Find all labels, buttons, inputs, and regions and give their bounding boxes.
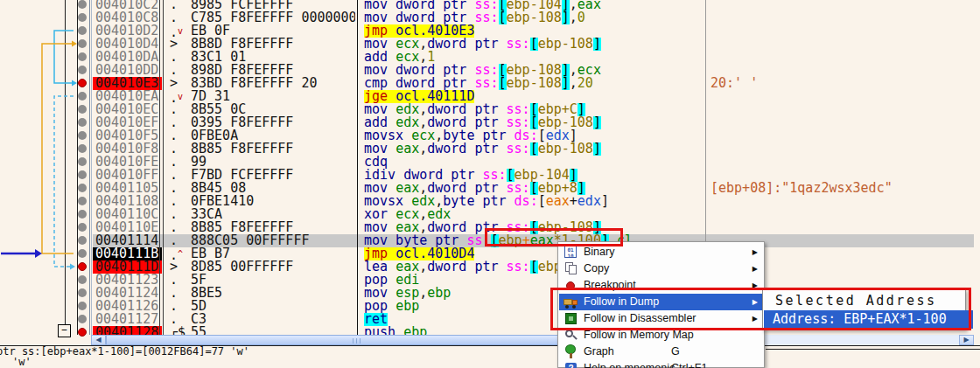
scrollbar-grip — [353, 338, 354, 344]
bytes-cell: .99 — [170, 156, 355, 169]
instruction-cell: mov ecx,dword ptr ss:[ebp-108] — [364, 38, 705, 51]
opcode-bytes: 8985 FCFEFFFF — [191, 0, 293, 11]
opcode-bytes: 8B8D F8FEFFFF — [191, 38, 293, 51]
flow-prefix: . — [170, 287, 178, 300]
flow-prefix: . — [170, 64, 178, 77]
flow-prefix: .v — [170, 24, 183, 38]
opcode-bytes: C3 — [191, 313, 206, 326]
flow-prefix: . — [170, 116, 178, 129]
bytes-cell: .8BE5 — [170, 287, 355, 300]
address-column-separator — [159, 0, 160, 335]
debugger-window: − 004010C2.8985 FCFEFFFFmov dword ptr ss… — [0, 0, 980, 368]
bytes-cell: .888C05 00FFFFFF — [170, 234, 355, 247]
comment-cell: 20:' ' — [710, 77, 758, 90]
bytes-cell: .vEB 0F — [170, 24, 355, 38]
instruction-cell: jge ocl.40111D — [364, 90, 705, 103]
flow-prefix: . — [170, 182, 178, 195]
menu-shortcut: G — [671, 344, 680, 360]
bytes-cell: >83BD F8FEFFFF 20 — [170, 77, 355, 90]
scrollbar-grip — [356, 338, 357, 344]
scrollbar-grip — [360, 338, 360, 344]
graph-tree-icon — [564, 344, 578, 359]
flow-prefix: > — [170, 260, 178, 274]
instruction-cell: movsx ecx,byte ptr ds:[edx] — [364, 129, 705, 142]
flow-prefix: . — [170, 300, 178, 313]
instruction-cell: xor ecx,edx — [364, 208, 705, 221]
flow-prefix: . — [170, 313, 178, 326]
flow-prefix: . — [170, 11, 178, 24]
instruction-cell: cmp dword ptr ss:[ebp-108],20 — [364, 77, 705, 90]
scroll-right-button[interactable]: ▶ — [959, 335, 974, 345]
bytes-cell: .8B85 F8FEFFFF — [170, 221, 355, 234]
gutter-border — [89, 0, 90, 335]
opcode-bytes: F7BD FCFEFFFF — [191, 169, 293, 182]
instruction-cell: add ecx,1 — [364, 51, 705, 64]
bytes-cell: .C3 — [170, 313, 355, 326]
opcode-bytes: 8B45 08 — [191, 182, 246, 195]
opcode-bytes: 8D85 00FFFFFF — [191, 260, 293, 274]
bytes-cell: .^EB B7 — [170, 247, 355, 260]
instruction-cell: mov dword ptr ss:[ebp-104],eax — [364, 0, 705, 11]
annotation-rect-instruction — [485, 228, 623, 246]
gutter-border — [91, 0, 92, 335]
instruction-cell: mov edx,dword ptr ss:[ebp+C] — [364, 103, 705, 116]
copy-icon — [564, 261, 578, 276]
instruction-cell: mov dword ptr ss:[ebp-108],0 — [364, 11, 705, 24]
submenu-arrow-icon: ▶ — [752, 260, 758, 277]
bytes-cell: .5D — [170, 300, 355, 313]
opcode-bytes: 83C1 01 — [191, 51, 246, 64]
flow-prefix: > — [170, 77, 178, 90]
menu-item-label: Graph — [584, 344, 614, 360]
bytes-cell: .0FBE1410 — [170, 195, 355, 208]
help-icon: ? — [564, 361, 578, 368]
opcode-bytes: 33CA — [191, 208, 222, 221]
bytes-cell: .F7BD FCFEFFFF — [170, 169, 355, 182]
bytes-cell: .8B55 0C — [170, 103, 355, 116]
instruction-cell: mov eax,dword ptr ss:[ebp-108] — [364, 142, 705, 156]
menu-item-copy[interactable]: Copy▶ — [559, 260, 763, 277]
panel-bottom-border — [0, 345, 980, 346]
menu-item-help-on-mnemonic[interactable]: ?Help on mnemonicCtrl+F1 — [559, 360, 763, 368]
horizontal-scrollbar[interactable]: ◀ ▶ — [91, 335, 974, 345]
opcode-bytes: 0FBE1410 — [191, 195, 254, 208]
bytes-cell: .8B45 08 — [170, 182, 355, 195]
bytes-cell: .C785 F8FEFFFF 00000000 — [170, 11, 355, 24]
flow-prefix: .^ — [170, 247, 183, 260]
flow-prefix: > — [170, 38, 178, 51]
opcode-bytes: C785 F8FEFFFF 00000000 — [191, 11, 355, 24]
bytes-cell: >8B8D F8FEFFFF — [170, 38, 355, 51]
bytes-cell: .0FBE0A — [170, 129, 355, 142]
opcode-bytes: 99 — [191, 156, 206, 169]
status-line-2: 'w' — [12, 357, 32, 368]
bytes-cell: >8D85 00FFFFFF — [170, 260, 355, 274]
opcode-bytes: 8BE5 — [191, 287, 222, 300]
bytes-column-separator — [357, 0, 358, 335]
flow-prefix: . — [170, 103, 178, 116]
flow-prefix: . — [170, 195, 178, 208]
binary-icon: 0110 — [564, 245, 578, 260]
opcode-bytes: EB B7 — [191, 247, 230, 260]
status-line-1: ptr ss:[ebp+eax*1-100]=[0012FB64]=77 'w' — [0, 346, 249, 358]
instruction-cell: mov eax,dword ptr ss:[ebp+8] — [364, 182, 705, 195]
opcode-bytes: 5D — [191, 300, 206, 313]
bytes-cell: .v7D 31 — [170, 90, 355, 103]
flow-prefix: . — [170, 169, 178, 182]
opcode-bytes: 898D F8FEFFFF — [191, 64, 293, 77]
menu-shortcut: Ctrl+F1 — [671, 360, 707, 368]
menu-item-graph[interactable]: GraphG — [559, 344, 763, 360]
flow-prefix: . — [170, 129, 178, 142]
opcode-bytes: 8B85 F8FEFFFF — [191, 142, 293, 156]
opcode-bytes: 0395 F8FEFFFF — [191, 116, 293, 129]
instruction-cell: cdq — [364, 156, 705, 169]
comment-cell: [ebp+08]:"1qaz2wsx3edc" — [710, 182, 892, 195]
bytes-cell: .0395 F8FEFFFF — [170, 116, 355, 129]
address-column-separator — [163, 0, 164, 335]
opcode-bytes: 83BD F8FEFFFF 20 — [191, 77, 318, 90]
flow-prefix: . — [170, 208, 178, 221]
scrollbar-thumb[interactable] — [106, 335, 612, 345]
bytes-cell: .33CA — [170, 208, 355, 221]
flow-prefix: .v — [170, 90, 183, 103]
scroll-left-button[interactable]: ◀ — [91, 335, 106, 345]
opcode-bytes: 8B55 0C — [191, 103, 246, 116]
opcode-bytes: 888C05 00FFFFFF — [191, 234, 309, 247]
